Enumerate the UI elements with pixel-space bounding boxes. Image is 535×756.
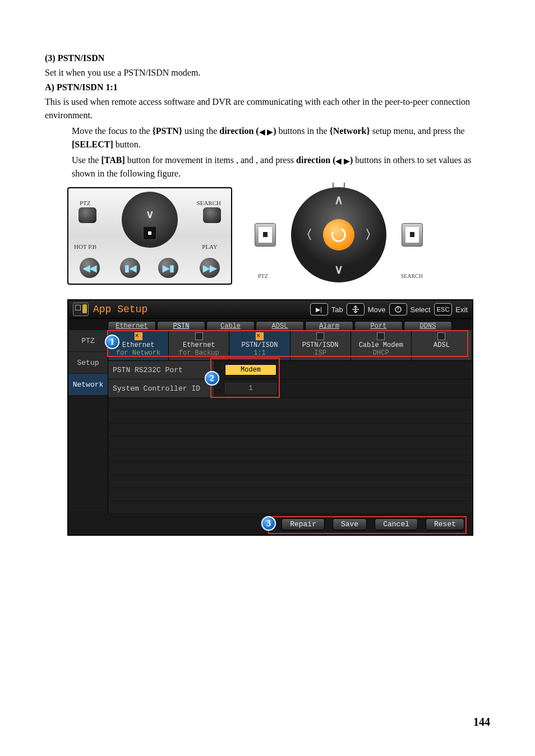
- text: setup menu, and press the: [370, 126, 465, 136]
- arrow-icon: ◀ ▶: [259, 128, 274, 136]
- tab-adsl[interactable]: ADSL: [256, 321, 304, 330]
- label-play: PLAY: [202, 243, 218, 250]
- chevron-down-icon: ∨: [334, 262, 343, 277]
- text: button for movement in items , and , and…: [125, 155, 296, 165]
- bullet-2: Use the [TAB] button for movement in ite…: [45, 152, 490, 182]
- callout-2: 2: [205, 371, 219, 386]
- dpad-ring[interactable]: ∧ ∨ 〈 〉: [291, 187, 386, 282]
- ffwd-icon: ▶▶: [203, 263, 216, 273]
- label-hot-pb: HOT P.B: [74, 243, 96, 250]
- titlebar: App Setup ▶| Tab Move Select ESC Exit: [68, 300, 472, 319]
- sidebar-item-network[interactable]: Network: [68, 374, 108, 396]
- label-ptz: PTZ: [80, 200, 91, 206]
- config-row: PSTN RS232C Port Modem: [108, 361, 472, 379]
- footer: 3 RepairSaveCancelReset: [68, 514, 472, 535]
- rewind-button[interactable]: ◀◀: [80, 258, 100, 278]
- move-key-icon: [347, 303, 365, 316]
- app-icon: [73, 303, 89, 316]
- arrow-icon: ◀ ▶: [335, 157, 350, 165]
- tab-pstn[interactable]: PSTN: [157, 321, 205, 330]
- chevron-up-icon: ∧: [334, 193, 343, 207]
- hint-select: Select: [411, 305, 431, 314]
- text: [TAB]: [101, 155, 124, 165]
- chevron-down-icon: ∨: [146, 207, 154, 221]
- tab-cable[interactable]: Cable: [206, 321, 255, 330]
- chevron-left-icon: 〈: [300, 226, 312, 243]
- rewind-icon: ◀◀: [83, 263, 96, 273]
- label-pstn-port: PSTN RS232C Port: [108, 361, 214, 379]
- step-back-button[interactable]: ▮◀: [120, 258, 140, 278]
- text: using the: [182, 126, 219, 136]
- dpad-ring[interactable]: ∨: [122, 192, 178, 248]
- grid-button-right[interactable]: [402, 223, 423, 247]
- select-key-icon: [389, 303, 407, 316]
- text: Use the: [72, 155, 101, 165]
- heading-pstn-isdn-11: A) PSTN/ISDN 1:1: [45, 81, 490, 94]
- step-fwd-button[interactable]: ▶▮: [158, 258, 178, 278]
- label-ptz: PTZ: [258, 273, 268, 279]
- page: (3) PSTN/ISDN Set it when you use a PSTN…: [0, 0, 535, 745]
- tab-key-icon: ▶|: [310, 303, 328, 316]
- para-set-modem: Set it when you use a PSTN/ISDN modem.: [45, 66, 490, 80]
- step-fwd-icon: ▶▮: [163, 263, 174, 273]
- window-title: App Setup: [93, 304, 147, 315]
- bullet-1: Move the focus to the {PSTN} using the d…: [45, 123, 490, 152]
- main-panel: Ethernetfor NetworkEthernetfor BackupPST…: [108, 330, 472, 514]
- key-hints: ▶| Tab Move Select ESC Exit: [310, 303, 468, 316]
- text: button.: [113, 140, 141, 149]
- callout-3: 3: [261, 516, 276, 531]
- tab-port[interactable]: Port: [354, 321, 403, 330]
- page-number: 144: [473, 716, 490, 729]
- tabs: EthernetPSTNCableADSLAlarmPortDDNS: [68, 319, 472, 330]
- grid-button-left[interactable]: [255, 223, 276, 247]
- esc-key-icon: ESC: [434, 303, 453, 316]
- hint-exit: Exit: [455, 305, 468, 314]
- grid-icon[interactable]: [143, 226, 156, 240]
- sidebar: PTZSetupNetwork: [68, 330, 108, 514]
- button-cap[interactable]: [79, 207, 96, 223]
- label-controller-id: System Controller ID: [108, 379, 214, 397]
- text: direction (: [219, 126, 259, 136]
- step-back-icon: ▮◀: [124, 263, 136, 273]
- text: {Network}: [330, 126, 370, 136]
- tab-alarm[interactable]: Alarm: [305, 321, 353, 330]
- sidebar-item-setup[interactable]: Setup: [68, 352, 108, 374]
- text: direction (: [296, 155, 335, 165]
- empty-rows: [108, 398, 472, 514]
- remote-panel-left: PTZ SEARCH HOT P.B PLAY ∨ ◀◀ ▮◀ ▶▮ ▶▶: [67, 187, 232, 285]
- label-search: SEARCH: [197, 200, 221, 206]
- config-row: System Controller ID 1: [108, 379, 472, 398]
- text: buttons in the: [276, 126, 329, 136]
- remote-panel-right: ∧ ∨ 〈 〉 PTZ SEARCH: [255, 187, 423, 282]
- para-peer-to-peer: This is used when remote access software…: [45, 95, 490, 122]
- text: Move the focus to the: [72, 126, 153, 136]
- callout-1: 1: [105, 335, 119, 349]
- hint-move: Move: [368, 305, 386, 314]
- select-button[interactable]: [323, 219, 354, 251]
- sidebar-blank: [68, 396, 108, 508]
- figure-row: PTZ SEARCH HOT P.B PLAY ∨ ◀◀ ▮◀ ▶▮ ▶▶ ∧ …: [67, 187, 490, 285]
- chevron-right-icon: 〉: [365, 226, 377, 243]
- highlight-box: [107, 330, 468, 357]
- tab-ddns[interactable]: DDNS: [404, 321, 452, 330]
- label-search: SEARCH: [401, 273, 423, 279]
- ffwd-button[interactable]: ▶▶: [200, 258, 220, 278]
- text: [SELECT]: [72, 140, 113, 149]
- highlight-box: [210, 358, 280, 398]
- sidebar-item-ptz[interactable]: PTZ: [68, 330, 108, 352]
- highlight-box: [268, 516, 467, 534]
- app-setup-screenshot: App Setup ▶| Tab Move Select ESC Exit Et…: [67, 299, 473, 536]
- text: {PSTN}: [153, 126, 183, 136]
- button-cap[interactable]: [203, 207, 221, 223]
- heading-pstn-isdn: (3) PSTN/ISDN: [45, 52, 490, 65]
- hint-tab: Tab: [331, 305, 343, 314]
- tab-ethernet[interactable]: Ethernet: [108, 321, 156, 330]
